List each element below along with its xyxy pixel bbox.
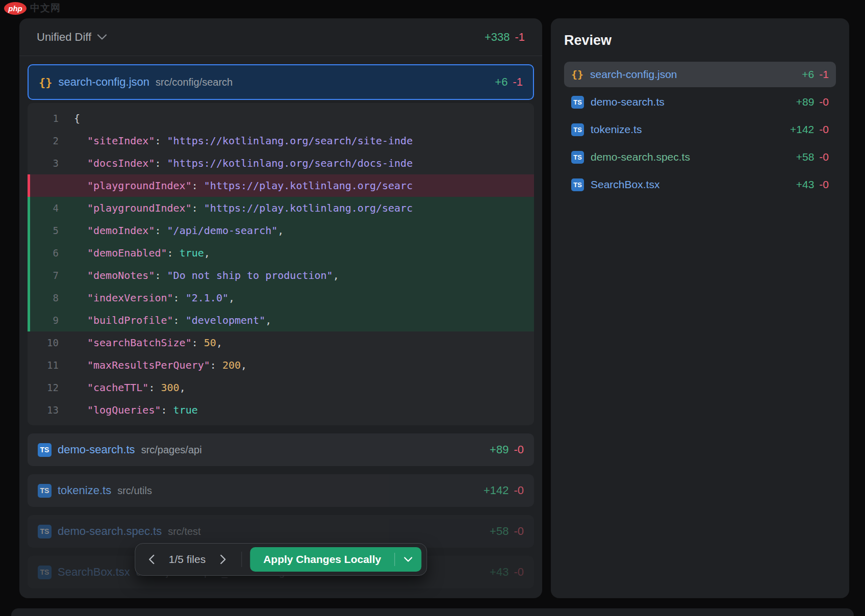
line-number: 11 <box>30 360 74 371</box>
file-name: tokenize.ts <box>58 484 111 497</box>
code-token: , <box>333 269 339 281</box>
file-header-row[interactable]: TSdemo-search.tssrc/pages/api+89-0 <box>28 433 534 466</box>
code-text: "playgroundIndex": "https://play.kotlinl… <box>74 202 534 214</box>
line-number: 3 <box>30 158 74 169</box>
typescript-file-icon: TS <box>38 566 52 579</box>
file-deletions: -0 <box>819 96 829 108</box>
line-number: 13 <box>30 404 74 416</box>
line-number: 4 <box>30 202 74 214</box>
code-token: "https://kotlinlang.org/search/site-inde <box>167 135 413 147</box>
file-additions: +58 <box>796 151 815 163</box>
chevron-right-icon <box>220 554 226 564</box>
review-file-item[interactable]: TStokenize.ts+142-0 <box>564 117 836 142</box>
file-additions: +6 <box>495 75 507 88</box>
code-line: 2"siteIndex": "https://kotlinlang.org/se… <box>28 130 534 152</box>
review-file-item[interactable]: TSdemo-search.spec.ts+58-0 <box>564 144 836 170</box>
code-token: "demoIndex" <box>87 224 155 237</box>
code-text: "demoIndex": "/api/demo-search", <box>74 224 534 237</box>
selected-file-path: src/config/search <box>156 76 233 88</box>
line-number: 5 <box>30 225 74 236</box>
typescript-file-icon: TS <box>571 96 584 109</box>
line-number: 8 <box>30 292 74 303</box>
total-deletions: -1 <box>515 31 525 43</box>
file-deletions: -0 <box>514 443 524 456</box>
file-stats: +142-0 <box>484 484 524 497</box>
code-token: : <box>192 337 204 349</box>
footer-strip <box>11 608 854 616</box>
code-token: "indexVersion" <box>87 292 173 304</box>
file-deletions: -0 <box>819 151 829 163</box>
code-token: "https://play.kotlinlang.org/searc <box>204 179 413 192</box>
selected-file-stats: +6-1 <box>495 75 523 89</box>
code-line: 8"indexVersion": "2.1.0", <box>28 287 534 309</box>
file-position-label: 1/5 files <box>166 553 209 566</box>
apply-changes-button[interactable]: Apply Changes Locally <box>250 547 421 572</box>
file-stats: +43-0 <box>490 566 524 579</box>
chevron-left-icon <box>148 554 155 564</box>
file-path: src/utils <box>117 485 152 497</box>
diff-total-stats: +338-1 <box>485 31 525 44</box>
code-token: true <box>173 404 198 416</box>
review-file-item[interactable]: TSSearchBox.tsx+43-0 <box>564 172 836 197</box>
pager-divider <box>241 552 242 567</box>
selected-file-header[interactable]: {} search-config.json src/config/search … <box>28 64 534 100</box>
file-name: search-config.json <box>590 68 677 81</box>
file-additions: +43 <box>490 566 508 578</box>
file-additions: +58 <box>490 525 508 537</box>
code-line: 9"buildProfile": "development", <box>28 309 534 331</box>
chevron-down-icon <box>404 557 412 562</box>
code-text: "logQueries": true <box>74 404 534 416</box>
prev-file-button[interactable] <box>139 547 164 572</box>
file-name: tokenize.ts <box>591 123 642 136</box>
line-number: 12 <box>30 382 74 393</box>
code-token: : <box>155 157 167 169</box>
typescript-file-icon: TS <box>38 525 52 538</box>
code-token: : <box>155 224 167 237</box>
file-path: src/test <box>168 526 200 537</box>
code-token: : <box>155 269 167 281</box>
code-token: "cacheTTL" <box>87 381 148 394</box>
review-file-item[interactable]: TSdemo-search.ts+89-0 <box>564 89 836 115</box>
code-line: 4"playgroundIndex": "https://play.kotlin… <box>28 197 534 219</box>
file-header-row[interactable]: TStokenize.tssrc/utils+142-0 <box>28 474 534 507</box>
line-number: 7 <box>30 270 74 281</box>
code-text: { <box>74 112 534 124</box>
code-text: "siteIndex": "https://kotlinlang.org/sea… <box>74 135 534 147</box>
code-line: "playgroundIndex": "https://play.kotlinl… <box>28 174 534 197</box>
file-stats: +89-0 <box>490 443 524 456</box>
file-stats: +43-0 <box>796 178 829 191</box>
line-number: 2 <box>30 135 74 146</box>
json-file-icon: {} <box>571 68 583 81</box>
code-text: "docsIndex": "https://kotlinlang.org/sea… <box>74 157 534 169</box>
review-title: Review <box>564 33 836 48</box>
line-number: 10 <box>30 337 74 348</box>
file-additions: +89 <box>796 96 815 108</box>
file-deletions: -0 <box>819 123 829 135</box>
file-name: demo-search.ts <box>591 96 665 108</box>
file-stats: +6-1 <box>802 68 829 81</box>
code-line: 7"demoNotes": "Do not ship to production… <box>28 264 534 287</box>
file-stats: +89-0 <box>796 96 829 108</box>
code-token: "/api/demo-search" <box>167 224 278 237</box>
code-token: , <box>228 292 235 304</box>
apply-changes-label: Apply Changes Locally <box>250 553 394 566</box>
code-token: , <box>180 381 186 394</box>
code-token: : <box>155 135 167 147</box>
code-line: 3"docsIndex": "https://kotlinlang.org/se… <box>28 152 534 174</box>
code-token: "demoEnabled" <box>87 247 167 259</box>
line-number: 1 <box>30 113 74 124</box>
review-file-item[interactable]: {}search-config.json+6-1 <box>564 62 836 87</box>
file-stats: +58-0 <box>796 151 829 163</box>
file-path: src/pages/api <box>141 444 202 456</box>
site-name: 中文网 <box>30 2 61 15</box>
code-token: "Do not ship to production" <box>167 269 333 281</box>
code-line: 10"searchBatchSize": 50, <box>28 331 534 354</box>
apply-options-dropdown[interactable] <box>395 557 421 562</box>
code-token: "demoNotes" <box>87 269 155 281</box>
code-block: 1{2"siteIndex": "https://kotlinlang.org/… <box>28 103 534 425</box>
next-file-button[interactable] <box>211 547 235 572</box>
code-token: : <box>173 314 186 326</box>
code-token: "playgroundIndex" <box>87 202 192 214</box>
code-token: , <box>277 224 284 237</box>
view-mode-dropdown[interactable]: Unified Diff <box>37 31 107 44</box>
